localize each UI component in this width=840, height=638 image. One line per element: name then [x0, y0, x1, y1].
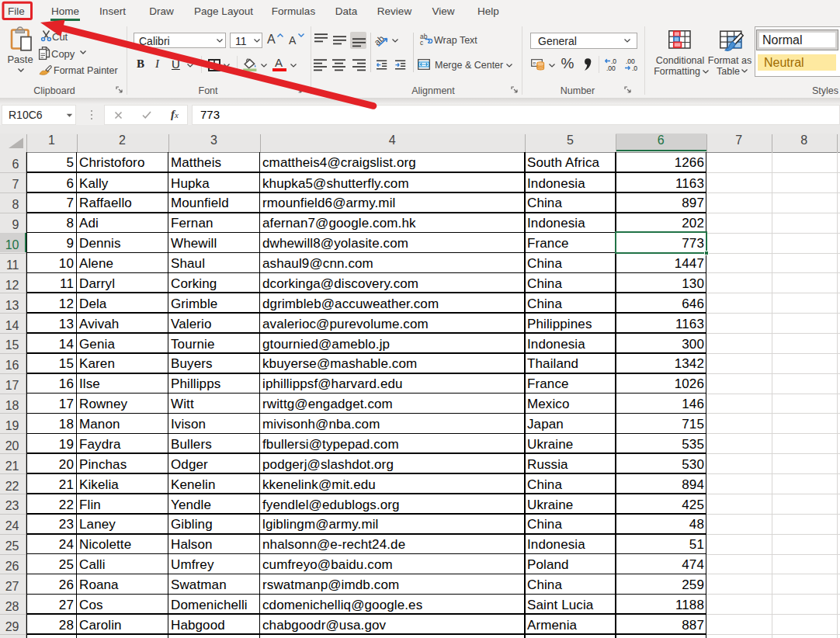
svg-text:.0: .0	[632, 64, 637, 72]
svg-text:.00: .00	[606, 64, 616, 72]
svg-text:¤: ¤	[533, 61, 536, 66]
